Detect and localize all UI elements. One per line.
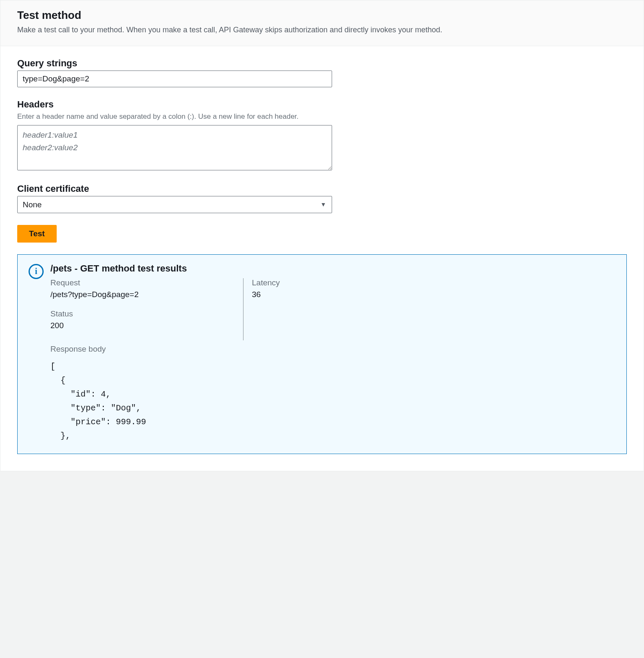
- headers-label: Headers: [17, 99, 627, 110]
- request-value: /pets?type=Dog&page=2: [50, 290, 235, 299]
- status-field: Status 200: [50, 309, 235, 330]
- request-label: Request: [50, 278, 235, 287]
- headers-group: Headers Enter a header name and value se…: [17, 99, 627, 172]
- headers-hint: Enter a header name and value separated …: [17, 112, 627, 122]
- results-content: /pets - GET method test results Request …: [50, 263, 615, 443]
- panel-title: Test method: [17, 9, 627, 22]
- client-certificate-group: Client certificate None ▼: [17, 183, 627, 213]
- results-grid: Request /pets?type=Dog&page=2 Status 200…: [50, 278, 615, 340]
- query-strings-group: Query strings: [17, 58, 627, 87]
- request-field: Request /pets?type=Dog&page=2: [50, 278, 235, 299]
- latency-value: 36: [252, 290, 615, 299]
- results-title: /pets - GET method test results: [50, 263, 615, 274]
- test-method-panel: Test method Make a test call to your met…: [0, 0, 644, 471]
- client-certificate-select[interactable]: None: [17, 196, 332, 213]
- response-body-code: [ { "id": 4, "type": "Dog", "price": 999…: [50, 360, 615, 443]
- info-icon: i: [29, 264, 44, 279]
- results-column-right: Latency 36: [243, 278, 615, 340]
- panel-header: Test method Make a test call to your met…: [0, 0, 644, 46]
- info-icon-wrap: i: [29, 264, 44, 279]
- response-body-label: Response body: [50, 345, 615, 354]
- status-label: Status: [50, 309, 235, 319]
- latency-field: Latency 36: [252, 278, 615, 299]
- status-value: 200: [50, 321, 235, 330]
- panel-body: Query strings Headers Enter a header nam…: [0, 46, 644, 471]
- results-column-left: Request /pets?type=Dog&page=2 Status 200: [50, 278, 243, 340]
- response-body-section: Response body [ { "id": 4, "type": "Dog"…: [50, 345, 615, 443]
- query-strings-label: Query strings: [17, 58, 627, 69]
- headers-input[interactable]: [17, 125, 332, 170]
- panel-description: Make a test call to your method. When yo…: [17, 24, 627, 36]
- client-certificate-label: Client certificate: [17, 183, 627, 194]
- query-strings-input[interactable]: [17, 70, 332, 87]
- test-button[interactable]: Test: [17, 225, 57, 243]
- test-results-panel: i /pets - GET method test results Reques…: [17, 254, 627, 454]
- latency-label: Latency: [252, 278, 615, 287]
